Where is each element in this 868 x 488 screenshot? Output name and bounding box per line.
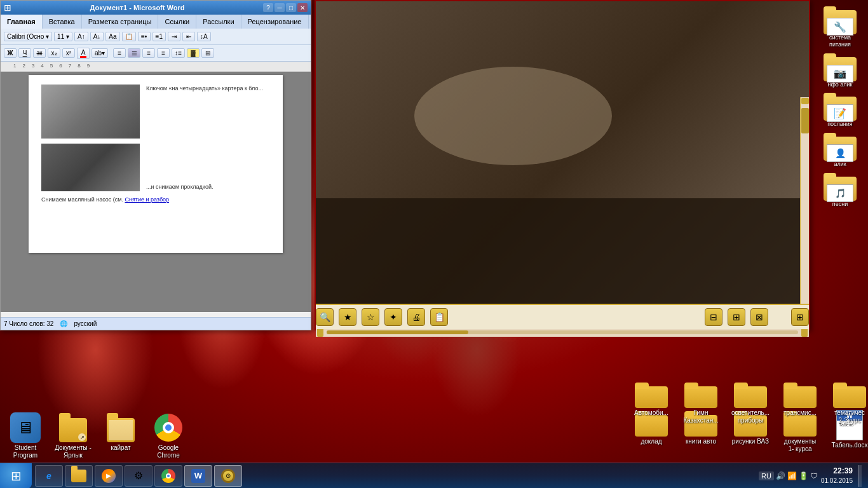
vaz-grid-btn[interactable]: ⊞ xyxy=(791,308,809,326)
line-spacing-btn[interactable]: ↕≡ xyxy=(172,48,185,58)
word-toolbar-1: Calibri (Осно ▾ 11 ▾ A↑ A↓ Aa 📋 ≡• ≡1 ⇥ … xyxy=(1,29,311,45)
desktop-icon-chrome[interactable]: GoogleChrome xyxy=(146,412,191,459)
desktop-icon-dokumenty-label: документы1- курса xyxy=(784,438,817,453)
vaz-window: ⊞ Ремонтируем ВАЗ-2106, -21061 ? ─ □ ✕ В… xyxy=(315,0,810,330)
superscript-btn[interactable]: x² xyxy=(62,48,75,58)
start-button[interactable]: ⊞ xyxy=(0,463,32,489)
word-tab-mailings[interactable]: Рассылки xyxy=(196,15,241,29)
font-increase-btn[interactable]: A↑ xyxy=(74,32,88,41)
indent2-btn[interactable]: ⇤ xyxy=(182,32,195,41)
align-center-btn[interactable]: ☰ xyxy=(128,48,140,58)
word-minimize-btn[interactable]: ─ xyxy=(275,3,285,12)
desktop-icon-tematich[interactable]: тематичес2-Зкурс xyxy=(827,381,868,424)
word-tab-page-layout[interactable]: Разметка страницы xyxy=(82,15,159,29)
word-page-link[interactable]: Снятие и разбор xyxy=(125,196,169,203)
taskbar-explorer[interactable] xyxy=(65,465,93,487)
desktop-icon-sistema[interactable]: 🔧 система питания xyxy=(818,6,862,48)
desktop-icon-auto[interactable]: Автомоби... xyxy=(629,381,674,424)
taskbar-vaz[interactable]: ⊙ xyxy=(214,465,242,487)
vaz-images-col xyxy=(456,125,583,327)
desktop-icon-gimn[interactable]: ГимнКазахстан... xyxy=(679,381,723,424)
word-tab-review[interactable]: Рецензирование xyxy=(241,15,309,29)
word-menu-tabs: Главная Вставка Разметка страницы Ссылки… xyxy=(1,15,311,29)
desktop-icon-kayrat[interactable]: кайрат xyxy=(98,412,143,459)
vaz-footer: 🔍 ★ ☆ ✦ 🖨 📋 ⊟ ⊞ ⊠ ⊞ xyxy=(316,304,809,329)
bottom-right-icons-row2: Автомоби... ГимнКазахстан... осветитель.… xyxy=(629,381,868,424)
justify-btn[interactable]: ≡ xyxy=(157,48,170,58)
desktop-icon-student[interactable]: 🖥 StudentProgram xyxy=(3,412,48,459)
word-title: Документ1 - Microsoft Word xyxy=(11,4,263,11)
vaz-copy-btn[interactable]: 📋 xyxy=(430,308,448,326)
taskbar-app1[interactable]: ⚙ xyxy=(125,465,153,487)
taskbar-volume-icon[interactable]: 🔊 xyxy=(776,471,785,480)
taskbar-network-icon[interactable]: 📶 xyxy=(787,471,797,480)
desktop-icon-alik[interactable]: 👤 алик xyxy=(818,133,862,168)
vaz-layout2-btn[interactable]: ⊞ xyxy=(728,308,745,326)
desktop-icon-student-label: StudentProgram xyxy=(13,444,37,459)
word-content-area[interactable]: Ключом «на четырнадцать» картера к бло..… xyxy=(1,72,311,312)
para-sort-btn[interactable]: ↕A xyxy=(197,32,211,41)
word-maximize-btn[interactable]: □ xyxy=(286,3,296,12)
highlight-btn[interactable]: ab▾ xyxy=(92,48,108,58)
vaz-layout1-btn[interactable]: ⊟ xyxy=(705,308,722,326)
vaz-search-btn[interactable]: 🔍 xyxy=(316,308,334,326)
indent-btn[interactable]: ⇥ xyxy=(168,32,180,41)
taskbar-apps: e ▶ ⚙ W xyxy=(32,465,759,487)
taskbar: ⊞ e ▶ ⚙ xyxy=(0,463,868,488)
numbered-list-btn[interactable]: ≡1 xyxy=(153,32,166,41)
bold-btn[interactable]: Ж xyxy=(4,48,17,58)
vaz-favorite-btn[interactable]: ✦ xyxy=(384,308,402,326)
taskbar-word[interactable]: W xyxy=(184,465,212,487)
clipboard-paste-btn[interactable]: 📋 xyxy=(122,32,136,41)
text-color-btn[interactable]: А xyxy=(77,48,90,59)
right-desktop-icons: 🔧 система питания 📷 нфо алик xyxy=(818,6,862,208)
desktop-icon-tabel-label: Табель.docx xyxy=(831,442,867,449)
align-left-btn[interactable]: ≡ xyxy=(113,48,126,58)
shading-btn[interactable]: ▓ xyxy=(187,48,200,58)
desktop-icon-poslaniya[interactable]: 📝 посла­ния xyxy=(818,93,862,128)
desktop-icon-pesni[interactable]: 🎵 песни xyxy=(818,173,862,208)
taskbar-clock[interactable]: 22:39 01.02.2015 xyxy=(821,466,853,485)
windows-logo-icon: ⊞ xyxy=(11,468,22,484)
vaz-print-btn[interactable]: 🖨 xyxy=(407,308,425,326)
word-ruler: 12345 6789 xyxy=(1,62,311,72)
font-name-select[interactable]: Calibri (Осно ▾ xyxy=(4,32,52,41)
desktop-icon-docs-shortcut[interactable]: ↗ Документы -Ярлык xyxy=(51,412,95,459)
font-format-btn[interactable]: Aa xyxy=(105,32,119,41)
strikethrough-btn[interactable]: зк xyxy=(33,48,46,58)
desktop-icon-chrome-label: GoogleChrome xyxy=(157,444,180,459)
vaz-main-content[interactable]: Замена вкладышей коленчатого вала xyxy=(449,97,800,327)
desktop-icon-transm[interactable]: трансмис... xyxy=(778,381,822,424)
taskbar-date: 01.02.2015 xyxy=(821,477,853,485)
word-tab-home[interactable]: Главная xyxy=(1,15,43,29)
word-tab-references[interactable]: Ссылки xyxy=(158,15,196,29)
vaz-star-btn[interactable]: ☆ xyxy=(362,308,379,326)
word-tab-insert[interactable]: Вставка xyxy=(43,15,82,29)
bottom-left-icons: 🖥 StudentProgram ↗ Документы -Ярлык кайр… xyxy=(3,412,191,459)
font-size-select[interactable]: 11 ▾ xyxy=(54,32,72,41)
desktop-icon-osveti[interactable]: осветитель...приборы xyxy=(728,381,773,424)
subscript-btn[interactable]: x₂ xyxy=(48,48,60,58)
word-question-btn[interactable]: ? xyxy=(263,3,273,12)
font-decrease-btn[interactable]: A↓ xyxy=(90,32,104,41)
vaz-bookmark-btn[interactable]: ★ xyxy=(339,308,356,326)
desktop-icon-osveti-label: осветитель...приборы xyxy=(731,409,770,424)
vaz-main-scrollbar[interactable] xyxy=(800,97,809,327)
word-page-text2: ...и снимаем прокладкой. xyxy=(146,184,213,190)
desktop-icon-risunki-label: рисунки ВАЗ xyxy=(732,438,769,445)
taskbar-show-desktop-btn[interactable] xyxy=(858,465,862,487)
taskbar-media[interactable]: ▶ xyxy=(95,465,123,487)
word-close-btn[interactable]: ✕ xyxy=(297,3,308,12)
bullets-btn[interactable]: ≡• xyxy=(138,32,151,41)
underline-btn[interactable]: Ч xyxy=(18,48,31,58)
desktop-icon-nfo[interactable]: 📷 нфо алик xyxy=(818,53,862,88)
taskbar-ie[interactable]: e xyxy=(35,465,63,487)
taskbar-chrome[interactable] xyxy=(154,465,182,487)
desktop-icon-gimn-label: ГимнКазахстан... xyxy=(683,409,718,424)
taskbar-shield-icon: 🛡 xyxy=(810,471,818,480)
word-page-text1: Ключом «на четырнадцать» картера к бло..… xyxy=(146,85,263,92)
vaz-content-grid: Головкой «на 14» отворачиваем две гайки … xyxy=(456,125,794,327)
align-right-btn[interactable]: ≡ xyxy=(142,48,155,58)
border-btn[interactable]: ⊞ xyxy=(201,48,214,58)
vaz-layout3-btn[interactable]: ⊠ xyxy=(750,308,768,326)
